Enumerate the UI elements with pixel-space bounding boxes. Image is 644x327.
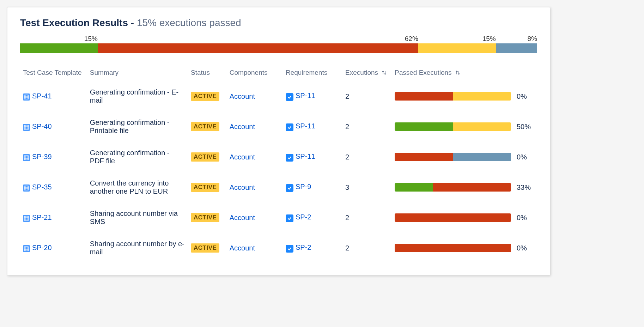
- sort-icon: [455, 70, 461, 75]
- summary-cell: Generating confirmation - Printable file: [87, 111, 188, 142]
- overall-segment-blue: [496, 43, 537, 53]
- issue-link[interactable]: SP-39: [32, 153, 52, 161]
- table-row: SP-41Generating confirmation - E-mailACT…: [20, 81, 537, 112]
- issue-type-icon: [23, 245, 30, 252]
- issue-type-icon: [23, 124, 30, 131]
- execution-segment-green: [395, 122, 453, 131]
- issue-type-icon: [23, 215, 30, 222]
- overall-segment-yellow: [418, 43, 496, 53]
- requirement-link[interactable]: SP-2: [296, 243, 311, 251]
- title-separator: -: [128, 17, 137, 28]
- col-passed[interactable]: Passed Executions: [392, 65, 537, 81]
- title-subtitle: 15% executions passed: [137, 17, 241, 28]
- component-link[interactable]: Account: [230, 183, 255, 191]
- requirement-link[interactable]: SP-11: [296, 122, 315, 130]
- execution-bar: [395, 183, 511, 192]
- execution-bar: [395, 153, 511, 161]
- status-badge: ACTIVE: [191, 92, 219, 101]
- passed-percent: 50%: [517, 123, 534, 131]
- col-status[interactable]: Status: [188, 65, 227, 81]
- requirement-link[interactable]: SP-11: [296, 92, 315, 99]
- execution-segment-red: [395, 92, 453, 101]
- col-passed-label: Passed Executions: [395, 69, 452, 76]
- requirement-check-icon: [286, 184, 293, 192]
- requirement-link[interactable]: SP-2: [296, 213, 311, 221]
- requirement-link[interactable]: SP-11: [296, 152, 315, 160]
- issue-type-icon: [23, 184, 30, 192]
- issue-type-icon: [23, 154, 30, 161]
- overall-label-red: 62%: [405, 35, 418, 43]
- issue-link[interactable]: SP-21: [32, 213, 52, 221]
- col-executions-label: Executions: [345, 69, 378, 76]
- col-executions[interactable]: Executions: [342, 65, 392, 81]
- executions-cell: 2: [342, 81, 392, 112]
- col-template[interactable]: Test Case Template: [20, 65, 87, 81]
- execution-segment-red: [395, 213, 511, 222]
- table-row: SP-21Sharing account number via SMSACTIV…: [20, 202, 537, 233]
- title-main: Test Execution Results: [20, 17, 128, 28]
- status-badge: ACTIVE: [191, 243, 219, 253]
- execution-segment-yellow: [453, 122, 511, 131]
- passed-percent: 0%: [517, 244, 534, 252]
- requirement-check-icon: [286, 214, 293, 222]
- summary-cell: Sharing account number via SMS: [87, 202, 188, 233]
- component-link[interactable]: Account: [230, 153, 255, 161]
- issue-link[interactable]: SP-20: [32, 244, 52, 252]
- execution-bar: [395, 92, 511, 101]
- passed-percent: 0%: [517, 214, 534, 222]
- executions-cell: 2: [342, 202, 392, 233]
- requirement-check-icon: [286, 245, 293, 253]
- requirement-check-icon: [286, 93, 293, 101]
- results-table: Test Case Template Summary Status Compon…: [20, 65, 537, 263]
- requirement-link[interactable]: SP-9: [296, 183, 311, 190]
- requirement-check-icon: [286, 123, 293, 131]
- summary-cell: Convert the currency into another one PL…: [87, 172, 188, 202]
- col-requirements[interactable]: Requirements: [283, 65, 342, 81]
- col-components[interactable]: Components: [227, 65, 283, 81]
- svg-rect-0: [24, 95, 29, 99]
- svg-rect-25: [24, 247, 29, 251]
- execution-bar: [395, 122, 511, 131]
- component-link[interactable]: Account: [230, 123, 255, 131]
- status-badge: ACTIVE: [191, 213, 219, 222]
- overall-segment-green: [20, 43, 98, 53]
- status-badge: ACTIVE: [191, 122, 219, 131]
- passed-percent: 0%: [517, 153, 534, 161]
- execution-bar: [395, 244, 511, 252]
- col-summary[interactable]: Summary: [87, 65, 188, 81]
- execution-segment-blue: [453, 153, 511, 161]
- table-row: SP-35Convert the currency into another o…: [20, 172, 537, 202]
- svg-rect-15: [24, 186, 29, 190]
- execution-segment-red: [395, 153, 453, 161]
- overall-label-green: 15%: [84, 35, 98, 43]
- execution-segment-red: [395, 244, 511, 252]
- svg-rect-5: [24, 125, 29, 129]
- issue-link[interactable]: SP-40: [32, 122, 52, 130]
- summary-cell: Generating confirmation - PDF file: [87, 142, 188, 172]
- overall-bar: [20, 43, 537, 53]
- passed-percent: 33%: [517, 183, 534, 192]
- issue-link[interactable]: SP-41: [32, 92, 52, 100]
- test-execution-results-panel: Test Execution Results - 15% executions …: [7, 7, 550, 275]
- table-row: SP-40Generating confirmation - Printable…: [20, 111, 537, 142]
- component-link[interactable]: Account: [230, 214, 255, 222]
- status-badge: ACTIVE: [191, 152, 219, 162]
- execution-bar: [395, 213, 511, 222]
- execution-segment-yellow: [453, 92, 511, 101]
- component-link[interactable]: Account: [230, 92, 255, 100]
- executions-cell: 3: [342, 172, 392, 202]
- overall-segment-red: [98, 43, 418, 53]
- panel-title: Test Execution Results - 15% executions …: [20, 17, 537, 29]
- overall-distribution: 15%62%15%8%: [20, 35, 537, 53]
- svg-rect-20: [24, 216, 29, 220]
- overall-label-yellow: 15%: [482, 35, 496, 43]
- passed-percent: 0%: [517, 92, 534, 101]
- overall-label-blue: 8%: [528, 35, 537, 43]
- component-link[interactable]: Account: [230, 244, 255, 252]
- table-row: SP-39Generating confirmation - PDF fileA…: [20, 142, 537, 172]
- issue-link[interactable]: SP-35: [32, 183, 52, 191]
- svg-rect-10: [24, 156, 29, 160]
- executions-cell: 2: [342, 142, 392, 172]
- executions-cell: 2: [342, 111, 392, 142]
- execution-segment-red: [433, 183, 511, 192]
